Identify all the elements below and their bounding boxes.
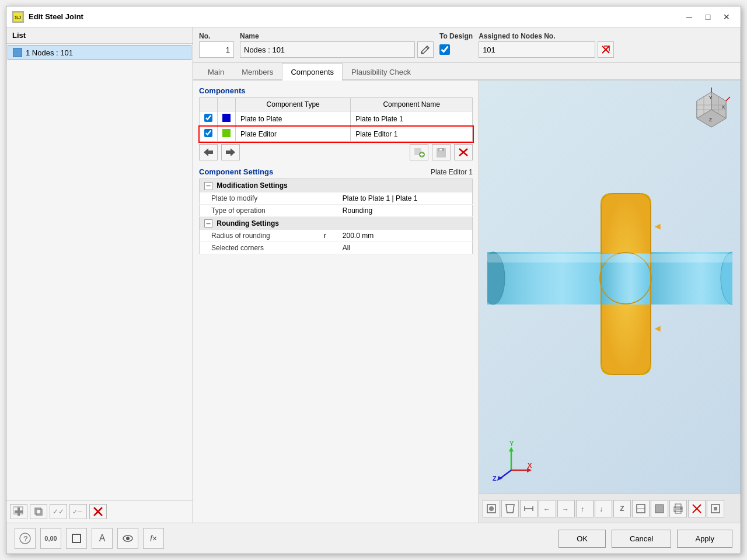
table-row[interactable]: Plate to Plate Plate to Plate 1	[200, 111, 473, 127]
move-left-button[interactable]	[199, 144, 218, 160]
apply-button[interactable]: Apply	[677, 530, 732, 548]
name-label: Name	[240, 32, 434, 40]
app-icon: SJ	[12, 11, 24, 23]
row-value-operation: Rounding	[338, 204, 473, 216]
settings-title: Component Settings	[199, 167, 273, 176]
move-right-button[interactable]	[221, 144, 240, 160]
view-btn-left[interactable]: ←	[539, 500, 556, 517]
components-toolbar	[199, 142, 473, 163]
svg-rect-22	[438, 153, 444, 157]
add-item-button[interactable]	[10, 504, 27, 519]
svg-rect-84	[72, 534, 81, 542]
help-button[interactable]: ?	[15, 528, 36, 549]
view-btn-z[interactable]: Z	[613, 500, 631, 517]
settings-table: ─ Modification Settings Plate to modify …	[199, 178, 473, 254]
delete-item-button[interactable]	[89, 504, 107, 519]
delete-component-button[interactable]	[454, 144, 473, 160]
cancel-button[interactable]: Cancel	[612, 530, 671, 548]
assigned-field-group: Assigned to Nodes No.	[479, 32, 614, 58]
fields-row: No. Name To Design	[193, 27, 741, 63]
row-symbol-plate	[319, 192, 338, 205]
svg-rect-73	[655, 505, 664, 513]
collapse-modification-button[interactable]: ─	[204, 182, 212, 190]
add-component-button[interactable]	[410, 144, 428, 160]
view-btn-perspective[interactable]	[501, 500, 519, 517]
row-label-corners: Selected corners	[200, 242, 320, 254]
tab-plausibility[interactable]: Plausibility Check	[343, 63, 420, 80]
name-input[interactable]	[240, 41, 415, 58]
text-a-btn[interactable]: A	[92, 528, 113, 549]
formula-btn[interactable]: f×	[143, 528, 164, 549]
settings-section: Component Settings Plate Editor 1 ─ Modi…	[199, 167, 473, 254]
to-design-checkbox[interactable]	[439, 44, 450, 55]
right-panel: No. Name To Design	[193, 27, 741, 523]
settings-row-operation: Type of operation Rounding	[200, 204, 473, 216]
row-value-corners: All	[338, 242, 473, 254]
rounding-group-label: Rounding Settings	[217, 219, 279, 228]
save-component-button[interactable]	[432, 144, 451, 160]
no-input[interactable]	[199, 41, 234, 58]
components-table: Component Type Component Name Plate to P…	[199, 97, 473, 142]
eye-btn[interactable]	[117, 528, 138, 549]
maximize-button[interactable]: □	[700, 10, 716, 23]
settings-row-corners: Selected corners All	[200, 242, 473, 254]
to-design-checkbox-container	[439, 41, 473, 58]
col-name: Component Name	[351, 98, 473, 111]
view-btn-right[interactable]: →	[557, 500, 575, 517]
view-btn-print[interactable]	[669, 500, 687, 517]
svg-text:✓─: ✓─	[72, 508, 82, 515]
view-btn-up[interactable]: ↑	[576, 500, 594, 517]
row-value-plate: Plate to Plate 1 | Plate 1	[338, 192, 473, 205]
edit-name-button[interactable]	[417, 41, 434, 58]
row-checkbox-1[interactable]	[204, 114, 212, 122]
tab-members[interactable]: Members	[233, 63, 282, 80]
collapse-rounding-button[interactable]: ─	[204, 219, 212, 228]
svg-rect-23	[439, 149, 442, 150]
uncheck-button[interactable]: ✓─	[69, 504, 87, 519]
row-value-radius: 200.0 mm	[338, 230, 473, 242]
minimize-button[interactable]: ─	[681, 10, 697, 23]
component-type-1: Plate to Plate	[236, 111, 351, 127]
zero-btn[interactable]: 0,00	[40, 528, 61, 549]
view-3d[interactable]: Y X Z	[479, 80, 741, 523]
main-window: SJ Edit Steel Joint ─ □ ✕ List 1 Nodes :…	[6, 6, 741, 554]
tab-components[interactable]: Components	[282, 63, 343, 80]
view-btn-down[interactable]: ↓	[595, 500, 612, 517]
left-panel: List 1 Nodes : 101 ✓✓ ✓─	[6, 27, 193, 523]
view-btn-expand[interactable]	[707, 500, 724, 517]
modification-group-label: Modification Settings	[217, 181, 287, 190]
scene-container: ◀ ◀	[479, 80, 741, 488]
clear-assigned-button[interactable]	[598, 41, 614, 58]
svg-text:SJ: SJ	[15, 15, 21, 20]
svg-rect-74	[675, 504, 681, 508]
row-symbol-corners	[319, 242, 338, 254]
tab-content: Components Component Type Component Name	[193, 80, 741, 523]
view-btn-solid[interactable]	[651, 500, 668, 517]
close-button[interactable]: ✕	[718, 10, 735, 23]
view-btn-measure[interactable]	[520, 500, 537, 517]
view-btn-render[interactable]	[483, 500, 500, 517]
view-btn-close-red[interactable]	[688, 500, 706, 517]
table-row[interactable]: Plate Editor Plate Editor 1	[200, 127, 473, 142]
ok-button[interactable]: OK	[558, 530, 606, 548]
list-item[interactable]: 1 Nodes : 101	[8, 45, 191, 60]
duplicate-button[interactable]	[30, 504, 47, 519]
svg-rect-50	[487, 254, 732, 262]
svg-point-86	[126, 537, 130, 540]
check-all-button[interactable]: ✓✓	[50, 504, 67, 519]
list-body: 1 Nodes : 101	[6, 44, 193, 500]
component-name-2: Plate Editor 1	[351, 127, 473, 142]
bottom-right: OK Cancel Apply	[558, 530, 732, 548]
list-item-label: 1 Nodes : 101	[26, 48, 73, 57]
box-btn[interactable]	[66, 528, 87, 549]
view-btn-wireframe[interactable]	[632, 500, 650, 517]
assigned-input[interactable]	[479, 41, 595, 58]
component-type-2: Plate Editor	[236, 127, 351, 142]
color-swatch-blue	[222, 114, 231, 122]
color-swatch-green	[222, 129, 231, 137]
row-label-operation: Type of operation	[200, 204, 320, 216]
assigned-field-container	[479, 41, 614, 58]
tab-main[interactable]: Main	[199, 63, 233, 80]
row-checkbox-2[interactable]	[204, 129, 212, 137]
tabs-row: Main Members Components Plausibility Che…	[193, 63, 741, 80]
